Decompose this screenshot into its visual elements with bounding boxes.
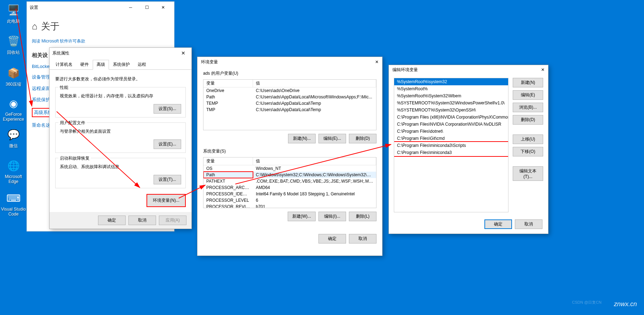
tab-计算机名[interactable]: 计算机名 <box>52 60 76 69</box>
path-item[interactable]: %SystemRoot%\System32\Wbem <box>394 92 508 99</box>
move-up-button[interactable]: 上移(U) <box>513 134 543 144</box>
system-properties-dialog: 系统属性 ✕ 计算机名硬件高级系统保护远程 要进行大多数更改，你必须作为管理员登… <box>49 47 192 229</box>
col-val: 值 <box>253 80 376 87</box>
desktop-icon-360压缩[interactable]: 📦360压缩 <box>0 66 27 87</box>
delete-button[interactable]: 删除(D) <box>513 115 543 125</box>
path-item[interactable]: %SystemRoot%\system32 <box>394 78 508 85</box>
cancel-button[interactable]: 取消 <box>349 234 376 244</box>
page-title-row: ⌂ 关于 <box>32 20 169 33</box>
path-item[interactable]: C:\Program Files (x86)\NVIDIA Corporatio… <box>394 114 508 121</box>
sys-new-button[interactable]: 新建(W)... <box>288 212 316 221</box>
close-icon[interactable]: ✕ <box>178 50 189 56</box>
profile-group: 用户配置文件 与登录帐户相关的桌面设置 设置(E)... <box>55 122 186 153</box>
table-row[interactable]: TMPC:\Users\ads\AppData\Local\Temp <box>203 107 376 113</box>
user-delete-button[interactable]: 删除(D) <box>349 134 376 143</box>
col-var: 变量 <box>203 80 253 87</box>
performance-group: 性能 视觉效果，处理器计划，内存使用，以及虚拟内存 设置(S)... <box>55 87 186 118</box>
edit-button[interactable]: 编辑(E) <box>513 90 543 100</box>
settings-titlebar: 设置 ─ ☐ ✕ <box>27 2 174 13</box>
browse-button[interactable]: 浏览(B)... <box>513 103 543 112</box>
perf-settings-button[interactable]: 设置(S)... <box>154 104 181 114</box>
admin-note: 要进行大多数更改，你必须作为管理员登录。 <box>55 76 186 82</box>
maximize-button[interactable]: ☐ <box>139 2 155 13</box>
path-item[interactable]: %SystemRoot% <box>394 85 508 92</box>
table-row[interactable]: PathC:\Windows\system32;C:\Windows;C:\Wi… <box>203 172 376 178</box>
ok-button[interactable]: 确定 <box>98 216 126 225</box>
startup-group: 启动和故障恢复 系统启动、系统故障和调试信息 设置(T)... <box>55 158 186 188</box>
cancel-button[interactable]: 取消 <box>128 216 156 225</box>
page-title: 关于 <box>41 20 59 33</box>
close-button[interactable]: ✕ <box>155 2 171 13</box>
settings-title: 设置 <box>30 5 122 11</box>
tab-远程[interactable]: 远程 <box>134 60 150 69</box>
sys-vars-title: 系统变量(S) <box>203 148 376 154</box>
path-item[interactable]: C:\Program Files\dotnet\ <box>394 128 508 135</box>
sys-delete-button[interactable]: 删除(L) <box>349 212 376 221</box>
path-list[interactable]: %SystemRoot%\system32%SystemRoot%%System… <box>394 78 508 212</box>
col-var: 变量 <box>203 158 253 165</box>
startup-settings-button[interactable]: 设置(T)... <box>154 175 181 184</box>
startup-desc: 系统启动、系统故障和调试信息 <box>60 164 181 170</box>
table-row[interactable]: PROCESSOR_REVISIONb701 <box>203 204 376 208</box>
edit-env-dialog: 编辑环境变量 ✕ %SystemRoot%\system32%SystemRoo… <box>389 65 548 234</box>
license-link[interactable]: 阅读 Microsoft 软件许可条款 <box>32 38 169 44</box>
apply-button[interactable]: 应用(A) <box>159 216 186 225</box>
desktop-icon-GeForce Experience[interactable]: ◉GeForce Experience <box>0 96 27 122</box>
edit-text-button[interactable]: 编辑文本(T)... <box>513 166 543 181</box>
perf-legend: 性能 <box>58 85 70 91</box>
minimize-button[interactable]: ─ <box>122 2 139 13</box>
edit-title: 编辑环境变量 <box>392 67 541 73</box>
profile-legend: 用户配置文件 <box>58 120 87 126</box>
desktop-icon-微信[interactable]: 💬微信 <box>0 127 27 149</box>
table-row[interactable]: PATHEXT.COM;.EXE;.BAT;.CMD;.VBS;.VBE;.JS… <box>203 178 376 184</box>
user-vars-table[interactable]: 变量值 OneDriveC:\Users\ads\OneDrivePathC:\… <box>203 79 376 130</box>
path-item[interactable]: C:\Program Files\miniconda3\Scripts <box>394 142 508 149</box>
home-icon[interactable]: ⌂ <box>32 21 38 32</box>
path-item[interactable]: C:\Program Files\miniconda3 <box>394 149 508 156</box>
perf-desc: 视觉效果，处理器计划，内存使用，以及虚拟内存 <box>60 93 181 99</box>
close-icon[interactable]: ✕ <box>375 59 379 64</box>
tab-系统保护[interactable]: 系统保护 <box>109 60 134 69</box>
table-row[interactable]: PathC:\Users\ads\AppData\Local\Microsoft… <box>203 94 376 100</box>
ok-button[interactable]: 确定 <box>318 234 346 244</box>
move-down-button[interactable]: 下移(O) <box>513 147 543 156</box>
profile-settings-button[interactable]: 设置(E)... <box>154 139 181 149</box>
sys-vars-table[interactable]: 变量值 OSWindows_NTPathC:\Windows\system32;… <box>203 157 376 208</box>
tab-高级[interactable]: 高级 <box>93 60 109 70</box>
user-edit-button[interactable]: 编辑(E)... <box>318 134 346 143</box>
new-button[interactable]: 新建(N) <box>513 78 543 87</box>
table-row[interactable]: OSWindows_NT <box>203 165 376 172</box>
user-vars-title: ads 的用户变量(U) <box>203 70 376 76</box>
sysprop-title: 系统属性 <box>52 50 178 56</box>
path-item[interactable]: C:\Program Files\NVIDIA Corporation\NVID… <box>394 121 508 128</box>
profile-desc: 与登录帐户相关的桌面设置 <box>60 128 181 134</box>
close-icon[interactable]: ✕ <box>541 67 545 72</box>
col-val: 值 <box>253 158 376 165</box>
startup-legend: 启动和故障恢复 <box>58 155 91 161</box>
desktop-icon-此电脑[interactable]: 🖥️此电脑 <box>0 3 27 24</box>
table-row[interactable]: PROCESSOR_LEVEL6 <box>203 197 376 204</box>
env-variables-button[interactable]: 环境变量(N)... <box>146 194 186 207</box>
cancel-button[interactable]: 取消 <box>515 219 542 229</box>
watermark: znwx.cn <box>614 300 637 308</box>
desktop-icon-回收站[interactable]: 🗑️回收站 <box>0 34 27 56</box>
table-row[interactable]: PROCESSOR_IDENTIFIERIntel64 Family 6 Mod… <box>203 191 376 197</box>
user-new-button[interactable]: 新建(N)... <box>288 134 316 143</box>
table-row[interactable]: PROCESSOR_ARCHITECT...AMD64 <box>203 184 376 191</box>
path-item[interactable]: C:\Program Files\Git\cmd <box>394 135 508 142</box>
desktop-icon-Visual Studio Code[interactable]: ⌨Visual Studio Code <box>0 191 27 217</box>
ok-button[interactable]: 确定 <box>484 219 512 229</box>
path-item[interactable]: %SYSTEMROOT%\System32\OpenSSH\ <box>394 107 508 114</box>
tab-硬件[interactable]: 硬件 <box>76 60 93 69</box>
sys-edit-button[interactable]: 编辑(I)... <box>318 212 346 221</box>
desktop-icon-Microsoft Edge[interactable]: 🌐Microsoft Edge <box>0 159 27 184</box>
table-row[interactable]: TEMPC:\Users\ads\AppData\Local\Temp <box>203 100 376 107</box>
path-item[interactable]: %SYSTEMROOT%\System32\WindowsPowerShell\… <box>394 99 508 107</box>
sysprop-tabs: 计算机名硬件高级系统保护远程 <box>50 58 191 70</box>
env-title: 环境变量 <box>201 59 375 65</box>
csdn-watermark: CSDN @日复CN <box>572 300 602 305</box>
table-row[interactable]: OneDriveC:\Users\ads\OneDrive <box>203 87 376 94</box>
env-variables-dialog: 环境变量 ✕ ads 的用户变量(U) 变量值 OneDriveC:\Users… <box>197 57 383 256</box>
